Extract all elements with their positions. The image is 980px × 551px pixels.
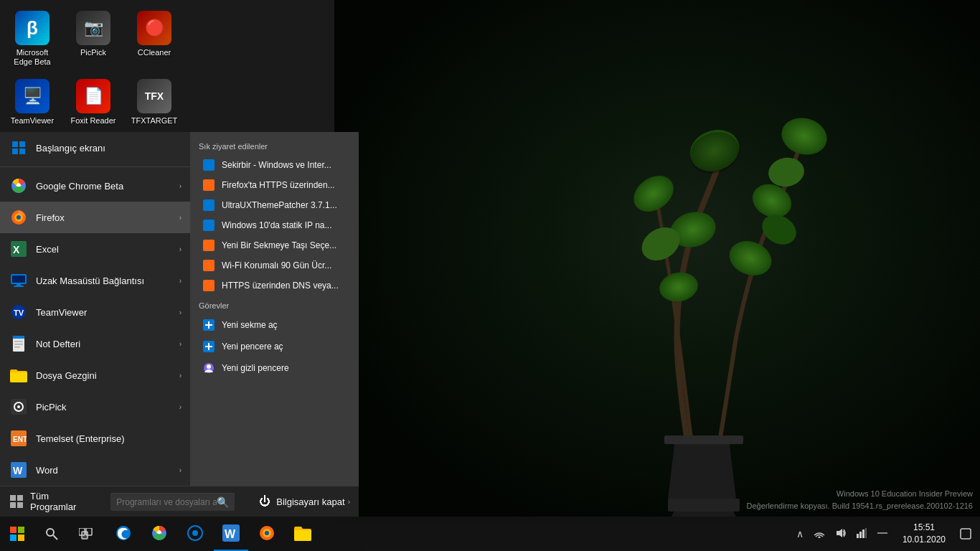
menu-item-remote[interactable]: Uzak Masaüstü Bağlantısı › (0, 265, 190, 296)
svg-rect-27 (12, 276, 25, 283)
task-item-incognito[interactable]: Yeni gizli pencere (197, 357, 352, 379)
menu-item-notepad[interactable]: Not Defteri › (0, 328, 190, 359)
power-icon[interactable]: ⏻ (253, 492, 276, 511)
temelset-icon: ENT (9, 428, 29, 448)
menu-item-teamviewer[interactable]: TV TeamViewer › (0, 296, 190, 328)
task-item-new-tab[interactable]: Yeni sekme aç (197, 314, 352, 336)
svg-rect-36 (14, 347, 20, 348)
frequent-item-6-text: Wi-Fi Korumalı 90 Gün Ücr... (222, 260, 331, 270)
svg-rect-55 (17, 502, 23, 508)
frequent-item-2-text: Firefox'ta HTTPS üzerinden... (222, 180, 335, 190)
windows-info-line2: Değerlendirme kopyası. Build 19541.rs_pr… (746, 500, 973, 512)
taskbar-app-cortana[interactable] (178, 517, 212, 551)
frequent-item-7-text: HTTPS üzerinden DNS veya... (222, 281, 339, 291)
svg-point-75 (818, 536, 820, 538)
menu-item-fileexplorer[interactable]: Dosya Gezgini › (0, 359, 190, 391)
desktop-icon-ccleaner[interactable]: 🔴 CCleaner (126, 7, 183, 70)
menu-item-temelset[interactable]: ENT Temelset (Enterprise) (0, 423, 190, 454)
tray-connection-icon[interactable] (854, 525, 870, 543)
menu-item-firefox[interactable]: Firefox › (0, 202, 190, 233)
firefox-icon (9, 207, 29, 227)
power-area: ⏻ Bilgisayarı kapat › (253, 492, 350, 511)
search-input[interactable] (116, 497, 217, 507)
firefox-arrow-icon: › (179, 214, 182, 222)
power-label[interactable]: Bilgisayarı kapat (276, 496, 344, 507)
svg-rect-78 (859, 532, 862, 538)
all-programs-icon (9, 494, 24, 509)
svg-rect-79 (862, 529, 864, 538)
taskbar-clock[interactable]: 15:51 10.01.2020 (897, 522, 951, 546)
desktop-icon-teamviewer[interactable]: 🖥️ TeamViewer (4, 75, 61, 129)
menu-item-word[interactable]: W Word › (0, 454, 190, 486)
frequent-item-5[interactable]: Yeni Bir Sekmeye Taşı Seçe... (197, 235, 352, 255)
power-arrow-icon: › (348, 498, 350, 506)
frequent-item-3[interactable]: UltraUXThemePatcher 3.7.1... (197, 195, 352, 215)
task-incognito-label: Yeni gizli pencere (222, 363, 289, 373)
taskbar-app-chrome[interactable] (142, 517, 176, 551)
frequent-item-2[interactable]: Firefox'ta HTTPS üzerinden... (197, 175, 352, 195)
freq-icon-3 (202, 198, 216, 212)
frequent-item-4-text: Windows 10'da statik IP na... (222, 220, 331, 230)
svg-text:W: W (13, 465, 23, 476)
menu-item-startscreen-label: Başlangıç ekranı (36, 143, 182, 154)
svg-rect-46 (205, 324, 212, 326)
menu-divider-1 (0, 166, 190, 167)
menu-item-chrome-label: Google Chrome Beta (36, 181, 179, 192)
remote-desktop-icon (9, 270, 29, 291)
fileexplorer-arrow-icon: › (179, 372, 182, 380)
svg-rect-49 (205, 346, 212, 347)
menu-item-chrome[interactable]: Google Chrome Beta › (0, 170, 190, 202)
desktop-icon-edge-beta-label: MicrosoftEdge Beta (14, 48, 50, 67)
taskbar-search-button[interactable] (34, 517, 69, 551)
menu-item-startscreen[interactable]: Başlangıç ekranı (0, 132, 190, 164)
frequent-item-7[interactable]: HTTPS üzerinden DNS veya... (197, 276, 352, 296)
teamviewer-menu-icon: TV (9, 302, 29, 322)
frequent-item-5-text: Yeni Bir Sekmeye Taşı Seçe... (222, 240, 336, 250)
taskbar-app-word[interactable]: W (214, 517, 248, 551)
tray-mute-icon[interactable] (874, 524, 891, 544)
menu-right-panel: Sık ziyaret edilenler Sekirbir - Windows… (190, 132, 359, 486)
tray-chevron-icon[interactable]: ∧ (793, 525, 806, 542)
desktop-icon-foxit[interactable]: 📄 Foxit Reader (65, 75, 122, 129)
tray-network-icon[interactable] (811, 525, 828, 543)
taskbar-app-fileexplorer[interactable] (286, 517, 320, 551)
taskbar-app-firefox[interactable] (250, 517, 284, 551)
search-icon[interactable]: 🔍 (217, 496, 229, 508)
taskbar-date: 10.01.2020 (903, 534, 946, 546)
all-programs-label[interactable]: Tüm Programlar (30, 491, 76, 512)
menu-item-excel[interactable]: X Excel › (0, 233, 190, 265)
notepad-arrow-icon: › (179, 340, 182, 348)
freq-icon-5 (202, 238, 216, 253)
svg-rect-34 (14, 341, 23, 342)
svg-rect-59 (18, 534, 24, 541)
svg-rect-53 (17, 495, 23, 501)
menu-item-firefox-label: Firefox (36, 212, 179, 223)
svg-text:X: X (13, 244, 20, 255)
taskbar-notification-button[interactable] (951, 517, 980, 551)
desktop-icon-tfxtarget[interactable]: TFX TFXTARGET (126, 75, 183, 129)
svg-rect-14 (664, 435, 743, 444)
svg-marker-76 (837, 529, 842, 537)
task-new-tab-label: Yeni sekme aç (222, 320, 278, 330)
svg-point-74 (265, 531, 269, 535)
svg-rect-33 (13, 336, 24, 339)
frequent-item-3-text: UltraUXThemePatcher 3.7.1... (222, 200, 337, 210)
desktop-icon-picpick[interactable]: 📷 PicPick (65, 7, 122, 70)
menu-left-panel: Başlangıç ekranı Google Chrome (0, 132, 190, 486)
taskbar-app-edge[interactable] (106, 517, 141, 551)
svg-rect-64 (82, 532, 88, 539)
svg-rect-0 (334, 0, 980, 524)
taskbar-task-view-button[interactable] (69, 517, 103, 551)
task-item-new-window[interactable]: Yeni pencere aç (197, 336, 352, 357)
svg-rect-80 (865, 528, 867, 538)
frequent-item-4[interactable]: Windows 10'da statik IP na... (197, 215, 352, 235)
svg-point-23 (17, 215, 21, 220)
menu-item-picpick[interactable]: PicPick › (0, 391, 190, 423)
taskbar-start-button[interactable] (0, 517, 34, 551)
new-window-icon (202, 339, 216, 354)
frequent-item-6[interactable]: Wi-Fi Korumalı 90 Gün Ücr... (197, 255, 352, 276)
frequent-item-1[interactable]: Sekirbir - Windows ve Inter... (197, 155, 352, 175)
tray-volume-icon[interactable] (832, 524, 849, 544)
desktop-icon-edge-beta[interactable]: β MicrosoftEdge Beta (4, 7, 61, 70)
notepad-icon (9, 334, 29, 354)
